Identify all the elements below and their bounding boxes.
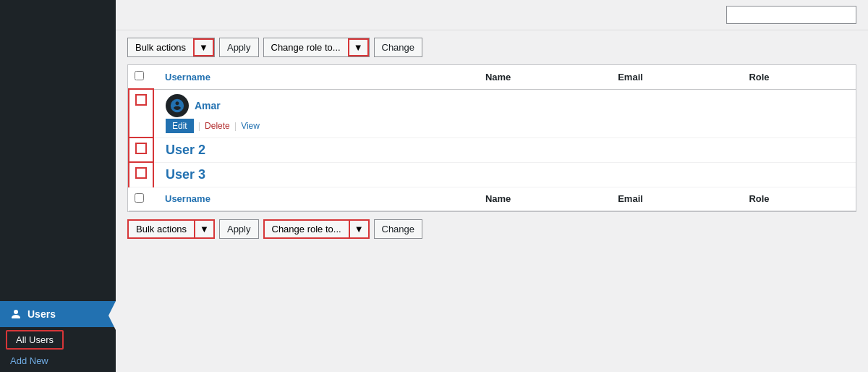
th-email-bottom: Email [606,187,737,211]
sidebar-item-all-users[interactable]: All Users [6,330,64,350]
name-cell-user2 [474,138,606,162]
change-role-label-top: Change role to... [264,38,348,56]
bulk-actions-dropdown-top[interactable]: Bulk actions ▼ [127,38,215,57]
name-cell-user3 [474,162,606,187]
top-bar [116,0,868,30]
apply-button-top[interactable]: Apply [219,38,259,57]
th-name: Name [474,65,606,89]
change-button-bottom[interactable]: Change [374,219,423,239]
email-cell-user2 [606,138,737,162]
edit-link-amar[interactable]: Edit [166,119,194,133]
bulk-actions-chevron-bottom[interactable]: ▼ [194,221,213,237]
row-actions-amar: Edit | Delete | View [166,119,462,133]
sidebar: Users All Users Add New [0,0,116,372]
username-link-user3[interactable]: User 3 [166,167,205,182]
select-all-checkbox-top[interactable] [135,71,144,80]
th-check [129,65,153,89]
checkbox-amar[interactable] [135,94,147,106]
role-cell-user3 [737,162,856,187]
row-check-user3 [129,162,153,187]
bulk-actions-dropdown-bottom[interactable]: Bulk actions ▼ [127,219,215,239]
th-email: Email [606,65,737,89]
search-input[interactable] [726,6,856,24]
sidebar-item-add-new[interactable]: Add New [0,352,116,369]
users-table: Username Name Email Role [128,65,856,211]
change-button-top[interactable]: Change [374,38,423,57]
th-username[interactable]: Username [153,65,474,89]
row-check-amar [129,89,153,138]
chevron-down-icon-change-top: ▼ [354,42,363,53]
delete-link-amar[interactable]: Delete [205,121,230,131]
th-role-bottom: Role [737,187,856,211]
username-cell-amar: Amar Edit | Delete | View [153,89,474,138]
username-link-amar[interactable]: Amar [195,100,221,111]
checkbox-user3[interactable] [135,167,147,179]
table-footer-header-row: Username Name Email Role [129,187,856,211]
email-cell-user3 [606,162,737,187]
table-row: Amar Edit | Delete | View [129,89,856,138]
avatar-amar [166,94,189,117]
th-name-bottom: Name [474,187,606,211]
table-header-row: Username Name Email Role [129,65,856,89]
change-role-chevron-bottom[interactable]: ▼ [349,221,368,237]
sidebar-item-users[interactable]: Users [0,301,116,327]
bulk-actions-chevron-top[interactable]: ▼ [193,38,214,56]
checkbox-user2[interactable] [135,143,147,154]
change-role-label-bottom: Change role to... [265,221,349,237]
username-cell-user2: User 2 [153,138,474,162]
role-cell-amar [737,89,856,138]
chevron-down-icon-top: ▼ [199,42,208,53]
chevron-down-icon-bottom: ▼ [200,224,209,234]
toolbar-bottom: Bulk actions ▼ Apply Change role to... ▼… [116,212,868,246]
users-icon [10,308,22,320]
table-row: User 2 [129,138,856,162]
view-link-amar[interactable]: View [241,121,260,131]
role-cell-user2 [737,138,856,162]
th-role: Role [737,65,856,89]
sidebar-submenu: All Users Add New [0,327,116,372]
bulk-actions-label-bottom: Bulk actions [129,221,194,237]
select-all-checkbox-bottom[interactable] [135,193,144,203]
email-cell-amar [606,89,737,138]
change-role-chevron-top[interactable]: ▼ [348,38,369,56]
main-content: Bulk actions ▼ Apply Change role to... ▼… [116,0,868,372]
users-table-container: Username Name Email Role [127,64,856,212]
th-check-bottom [129,187,153,211]
chevron-down-icon-change-bottom: ▼ [354,224,364,234]
table-row: User 3 [129,162,856,187]
sidebar-users-label: Users [27,308,56,320]
username-link-user2[interactable]: User 2 [166,143,205,157]
row-check-user2 [129,138,153,162]
change-role-dropdown-top[interactable]: Change role to... ▼ [263,38,370,57]
name-cell-amar [474,89,606,138]
apply-button-bottom[interactable]: Apply [219,219,259,239]
bulk-actions-label-top: Bulk actions [128,38,193,56]
th-username-bottom[interactable]: Username [153,187,474,211]
username-cell-user3: User 3 [153,162,474,187]
toolbar-top: Bulk actions ▼ Apply Change role to... ▼… [116,30,868,64]
change-role-dropdown-bottom[interactable]: Change role to... ▼ [263,219,370,239]
